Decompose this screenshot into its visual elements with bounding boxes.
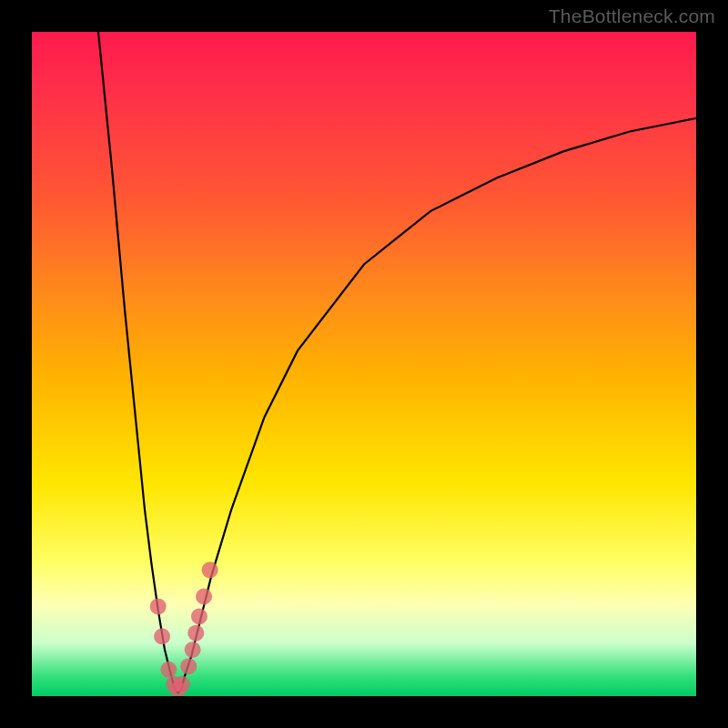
marker-point (191, 608, 207, 624)
chart-frame: TheBottleneck.com (0, 0, 728, 728)
marker-point (174, 676, 190, 693)
curve-left-branch (98, 32, 171, 676)
marker-point (160, 662, 177, 678)
marker-point (154, 628, 170, 644)
marker-point (180, 658, 197, 674)
marker-point (202, 561, 218, 578)
watermark-text: TheBottleneck.com (549, 5, 715, 27)
marker-point (185, 642, 201, 658)
marker-point (150, 598, 167, 614)
plot-area (32, 32, 696, 696)
curve-right-branch (185, 118, 696, 676)
curve-layer (32, 32, 696, 696)
marker-point (196, 589, 212, 605)
marker-point (187, 625, 204, 642)
